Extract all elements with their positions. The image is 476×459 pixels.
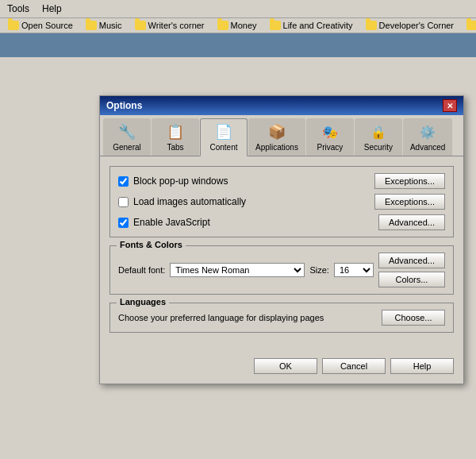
bookmark-life[interactable]: Life and Creativity [265,20,358,31]
font-row: Default font: Times New Roman Size: 16 A… [118,253,445,287]
bookmark-music[interactable]: Music [81,20,127,31]
block-popup-row: Block pop-up windows Exceptions... [118,173,445,189]
tab-advanced-label: Advanced [410,143,445,152]
main-bg [0,33,476,57]
enable-js-checkbox[interactable] [118,218,129,228]
languages-section: Languages Choose your preferred language… [109,303,454,333]
colors-btn[interactable]: Colors... [378,272,445,287]
cancel-button[interactable]: Cancel [322,358,386,374]
menu-tools[interactable]: Tools [5,2,32,15]
bookmarks-bar: Open Source Music Writer's corner Money … [0,18,476,33]
bookmark-label: Life and Creativity [283,21,353,30]
tab-security-label: Security [364,143,393,152]
languages-description: Choose your preferred language for displ… [118,313,324,322]
advanced-icon [416,122,439,141]
bookmark-open-source[interactable]: Open Source [3,20,78,31]
size-label: Size: [309,265,328,275]
enable-js-row: Enable JavaScript Advanced... [118,214,445,230]
font-select[interactable]: Times New Roman [170,263,305,277]
checkboxes-section: Block pop-up windows Exceptions... Load … [109,166,454,237]
content-area: Block pop-up windows Exceptions... Load … [100,156,463,350]
languages-row: Choose your preferred language for displ… [118,310,445,326]
fonts-colors-label: Fonts & Colors [117,240,186,249]
privacy-icon [319,122,341,141]
folder-icon [270,21,281,30]
enable-js-advanced-btn[interactable]: Advanced... [378,214,445,230]
bookmark-label: Open Source [21,21,73,30]
tab-bar: General Tabs Content Applications Privac… [100,115,463,156]
tab-content-label: Content [209,143,237,152]
fonts-colors-section: Fonts & Colors Default font: Times New R… [109,245,454,295]
tabs-icon [164,122,186,141]
load-images-label: Load images automatically [133,196,246,207]
block-popup-left: Block pop-up windows [118,176,228,187]
menu-help[interactable]: Help [40,2,64,15]
options-dialog: Options ✕ General Tabs Content Applicati… [99,95,464,384]
tab-content[interactable]: Content [200,118,248,156]
bookmark-writers[interactable]: Writer's corner [130,20,209,31]
folder-icon [217,21,228,30]
tab-tabs[interactable]: Tabs [152,118,199,156]
bookmark-label: Music [99,21,122,30]
tab-advanced[interactable]: Advanced [403,118,452,156]
close-button[interactable]: ✕ [443,99,457,112]
block-popup-label: Block pop-up windows [133,176,228,187]
help-button[interactable]: Help [390,358,454,374]
folder-icon [86,21,97,30]
folder-icon [366,21,377,30]
bookmark-money[interactable]: Money [213,20,262,31]
general-icon [116,122,138,141]
load-images-left: Load images automatically [118,196,246,207]
fonts-buttons: Advanced... Colors... [378,253,445,287]
tab-tabs-label: Tabs [167,143,183,152]
enable-js-label: Enable JavaScript [133,217,210,228]
choose-language-btn[interactable]: Choose... [382,310,445,326]
load-images-checkbox[interactable] [118,197,129,207]
tab-applications-label: Applications [255,143,298,152]
block-popup-exceptions-btn[interactable]: Exceptions... [374,173,445,189]
bookmark-dev[interactable]: Developer's Corner [361,20,459,31]
enable-js-left: Enable JavaScript [118,217,210,228]
folder-icon [135,21,146,30]
bookmark-label: Money [231,21,257,30]
default-font-label: Default font: [118,265,165,275]
tab-general[interactable]: General [103,118,151,156]
tab-security[interactable]: Security [355,118,402,156]
tab-privacy[interactable]: Privacy [306,118,354,156]
tab-applications[interactable]: Applications [248,118,305,156]
load-images-exceptions-btn[interactable]: Exceptions... [374,194,445,210]
languages-label: Languages [117,297,169,307]
dialog-title: Options [106,100,142,111]
folder-icon [8,21,19,30]
fonts-advanced-btn[interactable]: Advanced... [378,253,445,268]
size-select[interactable]: 16 [334,263,374,277]
bottom-buttons: OK Cancel Help [100,350,463,384]
folder-icon [466,21,476,30]
content-icon [213,122,235,141]
security-icon [367,122,390,141]
ok-button[interactable]: OK [254,358,317,374]
tab-general-label: General [113,143,141,152]
bookmark-label: Developer's Corner [379,21,454,30]
menubar: Tools Help [0,0,476,18]
block-popup-checkbox[interactable] [118,176,129,187]
applications-icon [266,122,288,141]
title-bar: Options ✕ [100,96,463,115]
tab-privacy-label: Privacy [317,143,344,152]
bookmark-label: Writer's corner [148,21,205,30]
load-images-row: Load images automatically Exceptions... [118,194,445,210]
bookmark-japan[interactable]: Japan [462,20,476,31]
